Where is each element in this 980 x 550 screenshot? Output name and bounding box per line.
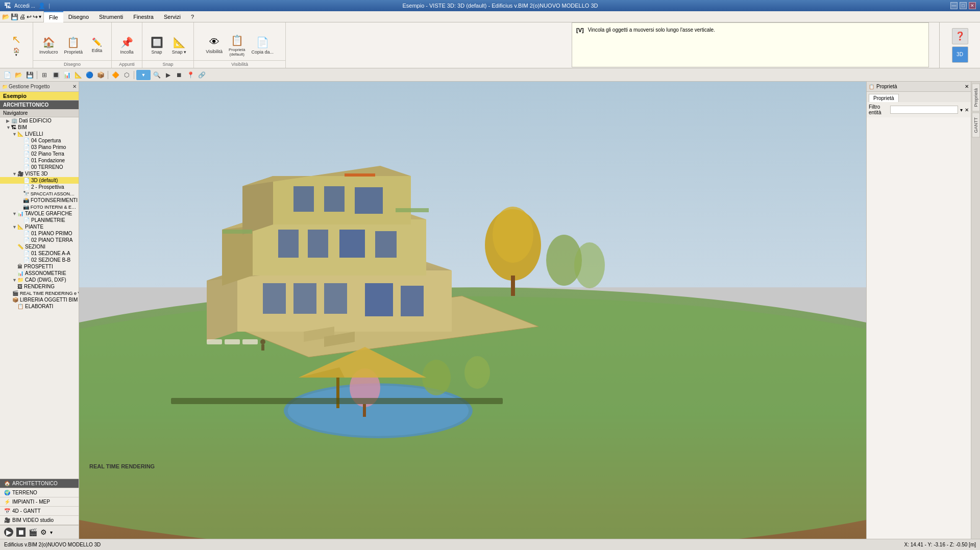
tree-cad[interactable]: ▼ 📁 CAD (DWG, DXF): [0, 277, 79, 283]
qa-undo[interactable]: ↩: [27, 13, 32, 20]
select-button[interactable]: ↖ 🏠 ▾: [4, 32, 29, 59]
tree-livelli[interactable]: ▼ 📐 LIVELLI: [0, 131, 79, 137]
tree-01piano-primo[interactable]: 📄 01 PIANO PRIMO: [0, 230, 79, 237]
menu-strumenti[interactable]: Strumenti: [94, 11, 128, 22]
tree-02piano-terra[interactable]: 📄 02 PIANO TERRA: [0, 237, 79, 243]
incolla-button[interactable]: 📌 Incolla: [117, 35, 137, 56]
tb-stop[interactable]: ⏹: [174, 70, 184, 80]
accedi-label[interactable]: Accedi ...: [14, 3, 35, 9]
minimize-button[interactable]: —: [950, 2, 958, 9]
close-panel-button[interactable]: ✕: [72, 84, 77, 89]
tb-save[interactable]: 💾: [24, 70, 35, 80]
menu-?[interactable]: ?: [186, 11, 199, 22]
svg-rect-23: [375, 231, 397, 258]
tree-piante[interactable]: ▼ 📐 PIANTE: [0, 223, 79, 230]
snap-dropdown-button[interactable]: 📐 Snap ▾: [169, 35, 189, 56]
more-btn[interactable]: ▾: [50, 530, 53, 535]
item-icon: 📐: [17, 224, 23, 230]
copia-button[interactable]: 📄 Copia da...: [249, 35, 276, 56]
tree-sezione-aa[interactable]: 📄 01 SEZIONE A-A: [0, 250, 79, 257]
tree-2prospettiva[interactable]: 📄 2 - Prospettiva: [0, 184, 79, 190]
qa-more[interactable]: ▾: [39, 14, 41, 19]
filtro-input[interactable]: [890, 106, 958, 114]
tree-spaccati[interactable]: 🔭 SPACCATI ASSONOME...: [0, 190, 79, 197]
tb-view2[interactable]: 📐: [73, 70, 83, 80]
maximize-button[interactable]: □: [960, 2, 967, 9]
tree-rendering[interactable]: 🖼 RENDERING: [0, 283, 79, 290]
stop-btn[interactable]: ⏹: [16, 528, 26, 537]
tree-3d-default[interactable]: 📄 3D (default): [0, 177, 79, 184]
edita-button[interactable]: ✏️ Edita: [87, 36, 107, 55]
tree-planimetrie[interactable]: 📄 PLANIMETRIE: [0, 217, 79, 223]
involucro-button[interactable]: 🏠 Involucro: [37, 35, 60, 56]
tb-new[interactable]: 📄: [2, 70, 12, 80]
tb-open[interactable]: 📂: [13, 70, 23, 80]
proprieta-tab[interactable]: Proprietà: [869, 94, 899, 102]
tree-libreria[interactable]: 📦 LIBRERIA OGGETTI BIM: [0, 296, 79, 303]
snap-button[interactable]: 🔲 Snap: [146, 35, 167, 56]
tb-filter[interactable]: 🔶: [110, 70, 120, 80]
tree-sezioni[interactable]: 📏 SEZIONI: [0, 243, 79, 250]
close-right-panel[interactable]: ✕: [965, 84, 969, 89]
qa-print[interactable]: 🖨: [19, 13, 26, 20]
gantt-vert-tab[interactable]: GANTT: [972, 113, 980, 138]
bottom-impianti[interactable]: ⚡ IMPIANTI - MEP: [0, 497, 79, 507]
qa-redo[interactable]: ↪: [33, 13, 38, 20]
qa-save[interactable]: 💾: [11, 13, 18, 20]
tree-viste3d[interactable]: ▼ 🎥 VISTE 3D: [0, 170, 79, 177]
proprieta-vert-tab[interactable]: Proprietà: [972, 84, 980, 112]
tb-play[interactable]: ▶: [163, 70, 173, 80]
bottom-gantt[interactable]: 📅 4D - GANTT: [0, 507, 79, 516]
tree-dati-edificio[interactable]: ▶ 🏢 Dati EDIFICIO: [0, 117, 79, 124]
help-icon-button[interactable]: ❓: [952, 28, 968, 44]
tree-02piano[interactable]: 📄 02 Piano Terra: [0, 151, 79, 157]
svg-point-31: [493, 207, 533, 263]
view-icon-button[interactable]: 3D: [952, 46, 968, 63]
tree-realtime[interactable]: 🎬 REAL TIME RENDERING e VRI: [0, 290, 79, 296]
close-button[interactable]: ✕: [969, 2, 976, 9]
tree-prospetti[interactable]: 🏛 PROSPETTI: [0, 263, 79, 270]
bottom-architettonico[interactable]: 🏠 ARCHITETTONICO: [0, 479, 79, 488]
titlebar-controls[interactable]: — □ ✕: [950, 2, 976, 9]
play-btn[interactable]: ▶: [4, 528, 13, 537]
tree-03piano[interactable]: 📄 03 Piano Primo: [0, 144, 79, 151]
ribbon-snap-buttons: 🔲 Snap 📐 Snap ▾: [146, 24, 189, 66]
tb-view1[interactable]: 📊: [62, 70, 72, 80]
prop-default-button[interactable]: 📋 Proprietà(default): [227, 33, 247, 58]
tb-view3[interactable]: 🔵: [84, 70, 94, 80]
tree-00terreno[interactable]: 📄 00 TERRENO: [0, 164, 79, 170]
qa-open[interactable]: 📂: [2, 13, 10, 20]
bottom-terreno[interactable]: 🌍 TERRENO: [0, 488, 79, 497]
menu-finestra[interactable]: Finestra: [128, 11, 159, 22]
menu-file[interactable]: File: [44, 11, 63, 22]
tree-tavole[interactable]: ▼ 📊 TAVOLE GRAFICHE: [0, 210, 79, 217]
filtro-btn[interactable]: ▾: [960, 107, 963, 113]
tb-zoom[interactable]: 🔍: [152, 70, 162, 80]
tb-view4[interactable]: 📦: [95, 70, 106, 80]
tree-assonometrie[interactable]: 📊 ASSONOMETRIE: [0, 270, 79, 277]
video-btn[interactable]: 🎬: [29, 528, 37, 536]
tb-drop[interactable]: ▼: [136, 70, 151, 80]
proprieta-button[interactable]: 📋 Proprietà: [62, 35, 85, 56]
menu-disegno[interactable]: Disegno: [63, 11, 94, 22]
tree-elaborati[interactable]: 📋 ELABORATI: [0, 303, 79, 310]
tree-bim[interactable]: ▼ 🏗 BIM: [0, 124, 79, 131]
canvas-area[interactable]: REAL TIME RENDERING: [79, 82, 866, 539]
tree-01fondazione[interactable]: 📄 01 Fondazione: [0, 157, 79, 164]
tree-sezione-bb[interactable]: 📄 02 SEZIONE B-B: [0, 257, 79, 263]
tb-rec[interactable]: 📍: [185, 70, 195, 80]
item-label: BIM: [18, 124, 27, 130]
bottom-bimvideo[interactable]: 🎥 BIM VIDEO studio: [0, 516, 79, 525]
incolla-label: Incolla: [120, 49, 134, 55]
tree-fotoinserimenti[interactable]: 📸 FOTOINSERIMENTI: [0, 197, 79, 204]
visibilita-button[interactable]: 👁 Visibilità: [204, 35, 225, 56]
tb-grid[interactable]: ⊞: [39, 70, 50, 80]
tb-link[interactable]: 🔗: [197, 70, 207, 80]
tb-layers[interactable]: ⬡: [121, 70, 132, 80]
menu-servizi[interactable]: Servizi: [159, 11, 186, 22]
tree-04copertura[interactable]: 📄 04 Copertura: [0, 137, 79, 144]
settings-btn[interactable]: ⚙: [40, 528, 47, 536]
tb-3d[interactable]: 🔳: [51, 70, 61, 80]
filtro-clear[interactable]: ✕: [965, 107, 969, 113]
tree-foto-interni[interactable]: 📷 FOTO INTERNI & ESTE...: [0, 204, 79, 210]
